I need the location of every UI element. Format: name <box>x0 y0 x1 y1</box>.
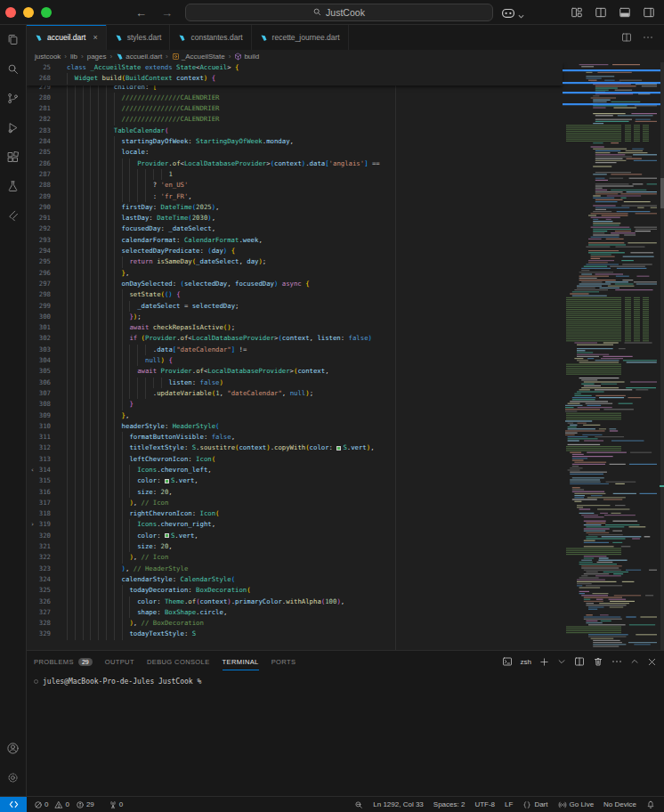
activity-item-explorer[interactable] <box>0 25 27 54</box>
status-indentation[interactable]: Spaces: 2 <box>433 800 466 808</box>
code-line-302[interactable]: 302if (Provider.of<LocalDatabaseProvider… <box>27 333 563 344</box>
code-line-304[interactable]: 304null) { <box>27 355 563 366</box>
close-icon[interactable] <box>647 657 657 667</box>
code-line-293[interactable]: 293calendarFormat: CalendarFormat.week, <box>27 235 563 246</box>
code-line-300[interactable]: 300}); <box>27 312 563 322</box>
command-center-search[interactable]: JustCook <box>185 4 493 21</box>
tab-styles.dart[interactable]: styles.dart <box>107 25 171 50</box>
code-line-305[interactable]: 305await Provider.of<LocalDatabaseProvid… <box>27 366 563 377</box>
panel-tab-output[interactable]: OUTPUT <box>105 651 134 672</box>
code-line-327[interactable]: 327shape: BoxShape.circle, <box>27 607 563 618</box>
code-line-296[interactable]: 296}, <box>27 268 563 279</box>
code-line-294[interactable]: 294selectedDayPredicate: (day) { <box>27 246 563 256</box>
color-swatch[interactable] <box>165 479 169 483</box>
tab-constantes.dart[interactable]: constantes.dart <box>170 25 251 50</box>
editor-scrollbar-slider[interactable] <box>660 178 664 208</box>
breadcrumb-item-pages[interactable]: pages <box>87 53 107 61</box>
code-line-315[interactable]: 315color: S.vert, <box>27 475 563 486</box>
panel-tab-terminal[interactable]: TERMINAL <box>223 651 259 672</box>
activity-item-testing[interactable] <box>0 172 27 201</box>
code-line-314[interactable]: ‹314Icons.chevron_left, <box>27 465 563 475</box>
color-swatch[interactable] <box>165 533 169 538</box>
status-zoom-indicator[interactable] <box>354 800 363 809</box>
status-notifications[interactable] <box>646 800 655 809</box>
code-line-292[interactable]: 292focusedDay: _dateSelect, <box>27 223 563 234</box>
activity-item-accounts[interactable] <box>0 734 27 763</box>
code-line-306[interactable]: 306listen: false) <box>27 378 563 388</box>
ellipsis-icon[interactable] <box>611 656 622 667</box>
panel-tab-ports[interactable]: PORTS <box>271 651 296 672</box>
activity-item-flutter[interactable] <box>0 201 27 231</box>
terminal-box-icon[interactable] <box>502 656 513 667</box>
code-line-281[interactable]: 281///////////////CALENDRIER <box>27 103 563 114</box>
trash-icon[interactable] <box>593 656 603 667</box>
status-problems[interactable]: 0029 <box>34 800 98 809</box>
close-window-icon[interactable] <box>5 7 16 18</box>
code-line-282[interactable]: 282///////////////CALENDRIER <box>27 114 563 125</box>
chevron-down-icon[interactable] <box>557 657 566 666</box>
tab-recette_journee.dart[interactable]: recette_journee.dart <box>252 25 349 50</box>
activity-item-run-debug[interactable] <box>0 113 27 142</box>
split-icon[interactable] <box>621 32 632 43</box>
code-line-316[interactable]: 316size: 20, <box>27 487 563 498</box>
code-line-326[interactable]: 326color: Theme.of(context).primaryColor… <box>27 597 563 607</box>
code-line-308[interactable]: 308} <box>27 399 563 410</box>
code-line-320[interactable]: 320color: S.vert, <box>27 531 563 541</box>
activity-item-search[interactable] <box>0 54 27 84</box>
close-tab-icon[interactable]: × <box>93 33 97 42</box>
code-line-324[interactable]: 324calendarStyle: CalendarStyle( <box>27 574 563 585</box>
code-line-280[interactable]: 280///////////////CALENDRIER <box>27 93 563 103</box>
panel-tab-problems[interactable]: PROBLEMS29 <box>34 651 93 672</box>
split-icon[interactable] <box>574 656 585 667</box>
code-line-328[interactable]: 328), // BoxDecoration <box>27 618 563 629</box>
code-line-317[interactable]: 317), // Icon <box>27 498 563 508</box>
status-go-live[interactable]: Go Live <box>558 800 595 809</box>
activity-item-settings[interactable] <box>0 763 27 792</box>
code-line-298[interactable]: 298setState(() { <box>27 289 563 300</box>
code-line-303[interactable]: 303.data["dateCalendar"] != <box>27 345 563 355</box>
code-line-321[interactable]: 321size: 20, <box>27 541 563 552</box>
ellipsis-icon[interactable] <box>643 32 653 43</box>
code-line-313[interactable]: 313leftChevronIcon: Icon( <box>27 454 563 465</box>
code-line-297[interactable]: 297onDaySelected: (selectedDay, focusedD… <box>27 279 563 289</box>
maximize-window-icon[interactable] <box>41 7 52 18</box>
breadcrumb-item-lib[interactable]: lib <box>70 53 77 61</box>
code-line-310[interactable]: 310headerStyle: HeaderStyle( <box>27 421 563 432</box>
code-line-299[interactable]: 299_dateSelect = selectedDay; <box>27 301 563 312</box>
minimize-window-icon[interactable] <box>23 7 34 18</box>
code-line-286[interactable]: 286Provider.of<LocalDatabaseProvider>(co… <box>27 158 563 169</box>
code-line-307[interactable]: 307.updateVariable(1, "dateCalendar", nu… <box>27 388 563 399</box>
customize-layout-icon[interactable] <box>571 6 583 19</box>
minimap[interactable] <box>563 62 660 650</box>
code-line-284[interactable]: 284startingDayOfWeek: StartingDayOfWeek.… <box>27 136 563 147</box>
code-line-290[interactable]: 290firstDay: DateTime(2025), <box>27 202 563 213</box>
toggle-secondary-sidebar-icon[interactable] <box>643 6 655 19</box>
chevron-up-icon[interactable] <box>630 657 639 666</box>
code-line-311[interactable]: 311formatButtonVisible: false, <box>27 432 563 443</box>
code-line-287[interactable]: 2871 <box>27 169 563 180</box>
editor[interactable]: 279children: [280///////////////CALENDRI… <box>27 62 664 650</box>
terminal[interactable]: jules@MacBook-Pro-de-Jules JustCook % <box>27 672 664 686</box>
plus-icon[interactable] <box>539 657 549 667</box>
code-line-291[interactable]: 291lastDay: DateTime(2030), <box>27 213 563 223</box>
code-line-288[interactable]: 288? 'en_US' <box>27 180 563 191</box>
tab-accueil.dart[interactable]: accueil.dart× <box>27 25 107 50</box>
code-line-318[interactable]: 318rightChevronIcon: Icon( <box>27 508 563 519</box>
code-line-25[interactable]: 25class _AccueilState extends State<Accu… <box>27 62 563 73</box>
toggle-panel-icon[interactable] <box>619 6 631 19</box>
code-line-325[interactable]: 325todayDecoration: BoxDecoration( <box>27 585 563 596</box>
code-line-309[interactable]: 309}, <box>27 410 563 421</box>
activity-item-source-control[interactable] <box>0 84 27 113</box>
code-line-268[interactable]: 268Widget build(BuildContext context) { <box>27 73 563 84</box>
status-encoding[interactable]: UTF-8 <box>474 800 495 808</box>
code-line-295[interactable]: 295return isSameDay(_dateSelect, day); <box>27 256 563 267</box>
code-line-283[interactable]: 283TableCalendar( <box>27 126 563 136</box>
split-editor-layout-icon[interactable] <box>595 6 607 19</box>
code-line-322[interactable]: 322), // Icon <box>27 552 563 563</box>
breadcrumb-item-_AccueilState[interactable]: _AccueilState <box>172 53 225 61</box>
breadcrumb-item-justcook[interactable]: justcook <box>35 53 61 61</box>
forward-icon[interactable]: → <box>161 6 173 20</box>
code-line-312[interactable]: 312titleTextStyle: S.soustitre(context).… <box>27 443 563 453</box>
breadcrumb-item-accueil.dart[interactable]: accueil.dart <box>116 53 162 61</box>
status-language-mode[interactable]: Dart <box>522 800 547 809</box>
